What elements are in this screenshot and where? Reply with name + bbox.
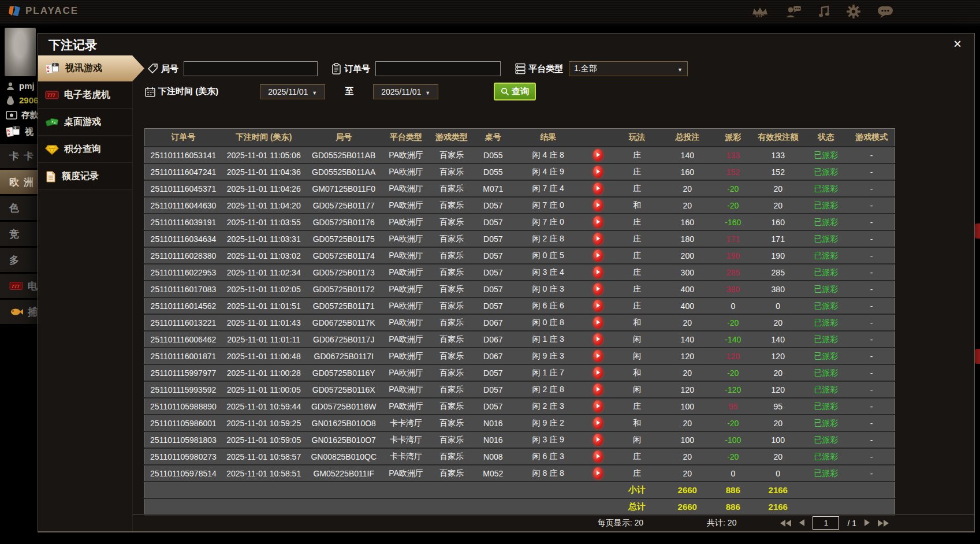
cell-payout: -140	[713, 331, 752, 348]
replay-play-icon[interactable]	[593, 199, 603, 211]
chevron-down-icon	[677, 64, 683, 73]
table-row[interactable]: 251101116014562 2025-11-01 11:01:51 GD05…	[145, 297, 895, 314]
user-avatar[interactable]	[5, 28, 36, 76]
cell-payout: 133	[713, 147, 752, 163]
table-row[interactable]: 251101105986001 2025-11-01 10:59:25 GN01…	[145, 415, 895, 431]
replay-play-icon[interactable]	[593, 283, 603, 295]
cell-play-method: 闲	[613, 431, 661, 448]
table-row[interactable]: 251101116047241 2025-11-01 11:04:36 GD05…	[145, 163, 895, 180]
cell-round-number: GD05725B0116X	[306, 381, 382, 398]
order-input[interactable]	[375, 61, 501, 76]
replay-play-icon[interactable]	[593, 266, 603, 278]
platform-select[interactable]: 1.全部	[569, 61, 688, 76]
settings-button[interactable]	[846, 4, 861, 21]
cell-game-mode: -	[848, 230, 895, 247]
svg-text:9: 9	[14, 126, 16, 129]
table-row[interactable]: 251101116017083 2025-11-01 11:02:05 GD05…	[145, 281, 895, 297]
sidebar-item-quota-record[interactable]: 额度记录	[38, 163, 132, 190]
round-input[interactable]	[184, 61, 318, 76]
cell-round-number: GD05725B01174	[306, 247, 382, 264]
vip-button[interactable]: VIP	[751, 7, 769, 18]
replay-play-icon[interactable]	[593, 333, 603, 345]
replay-play-icon[interactable]	[593, 166, 603, 178]
replay-play-icon[interactable]	[593, 216, 603, 228]
cell-status: 已派彩	[803, 364, 848, 381]
cell-play-method: 庄	[613, 297, 661, 314]
table-row[interactable]: 251101105988890 2025-11-01 10:59:44 GD05…	[145, 398, 895, 415]
fish-icon	[9, 307, 23, 316]
edge-floating-badge[interactable]	[975, 223, 980, 239]
date-from-select[interactable]: 2025/11/01	[260, 84, 325, 99]
cell-game-type: 百家乐	[430, 448, 473, 465]
cell-order-number: 251101116044630	[145, 197, 222, 214]
first-page-button[interactable]	[780, 520, 791, 527]
table-row[interactable]: 251101116022953 2025-11-01 11:02:34 GD05…	[145, 264, 895, 281]
replay-play-icon[interactable]	[593, 417, 603, 429]
cell-status: 已派彩	[803, 415, 848, 431]
svg-text:777: 777	[12, 284, 20, 289]
replay-play-icon[interactable]	[593, 450, 603, 463]
cell-game-type: 百家乐	[430, 197, 473, 214]
table-row[interactable]: 251101116013221 2025-11-01 11:01:43 GD06…	[145, 314, 895, 331]
table-row[interactable]: 251101116001871 2025-11-01 11:00:48 GD06…	[145, 348, 895, 364]
sidebar-item-table-games[interactable]: 桌面游戏	[38, 109, 132, 136]
date-to-select[interactable]: 2025/11/01	[373, 84, 438, 99]
replay-play-icon[interactable]	[593, 316, 603, 329]
last-page-button[interactable]	[878, 520, 889, 527]
cell-game-mode: -	[848, 348, 895, 364]
next-page-button[interactable]	[865, 519, 870, 528]
table-row[interactable]: 251101116039191 2025-11-01 11:03:55 GD05…	[145, 214, 895, 230]
cell-game-mode: -	[848, 398, 895, 415]
table-row[interactable]: 251101116053141 2025-11-01 11:05:06 GD05…	[145, 147, 895, 163]
table-row[interactable]: 251101105980273 2025-11-01 10:58:57 GN00…	[145, 448, 895, 465]
cell-status: 已派彩	[803, 163, 848, 180]
cell-replay	[583, 415, 613, 431]
cell-payout: -20	[713, 197, 752, 214]
music-button[interactable]	[818, 5, 830, 21]
cell-platform-type: 卡卡湾厅	[382, 431, 430, 448]
table-row[interactable]: 251101116034634 2025-11-01 11:03:31 GD05…	[145, 230, 895, 247]
table-row[interactable]: 251101115993592 2025-11-01 11:00:05 GD05…	[145, 381, 895, 398]
search-button[interactable]: 查询	[494, 83, 536, 100]
cell-valid-bet: 133	[752, 147, 803, 163]
page-number-input[interactable]	[813, 516, 839, 530]
customer-service-button[interactable]	[785, 5, 802, 21]
prev-page-button[interactable]	[799, 519, 804, 528]
cell-replay	[583, 448, 613, 465]
edge-floating-badge[interactable]	[975, 349, 980, 364]
replay-play-icon[interactable]	[593, 400, 603, 412]
table-row[interactable]: 251101116006462 2025-11-01 11:01:11 GD06…	[145, 331, 895, 348]
replay-play-icon[interactable]	[593, 300, 603, 312]
column-header: 桌号	[473, 129, 513, 147]
replay-play-icon[interactable]	[593, 249, 603, 262]
cell-game-mode: -	[848, 314, 895, 331]
replay-play-icon[interactable]	[593, 350, 603, 362]
cell-order-number: 251101105980273	[145, 448, 222, 465]
table-row[interactable]: 251101116028380 2025-11-01 11:03:02 GD05…	[145, 247, 895, 264]
replay-play-icon[interactable]	[593, 149, 603, 161]
table-row[interactable]: 251101116045371 2025-11-01 11:04:26 GM07…	[145, 180, 895, 197]
replay-play-icon[interactable]	[593, 383, 603, 396]
replay-play-icon[interactable]	[593, 467, 603, 479]
replay-play-icon[interactable]	[593, 434, 603, 446]
cell-platform-type: PA欧洲厅	[382, 197, 430, 214]
table-row[interactable]: 251101115997977 2025-11-01 11:00:28 GD05…	[145, 364, 895, 381]
cell-result: 闲 9 庄 3	[513, 348, 583, 364]
table-row[interactable]: 251101105978514 2025-11-01 10:58:51 GM05…	[145, 465, 895, 482]
brand-logo[interactable]: PLAYACE	[8, 5, 79, 17]
cell-bet-time: 2025-11-01 11:04:26	[222, 180, 306, 197]
replay-play-icon[interactable]	[593, 233, 603, 245]
sidebar-item-points-query[interactable]: 积分查询	[38, 136, 132, 163]
message-button[interactable]	[877, 5, 893, 21]
table-row[interactable]: 251101116044630 2025-11-01 11:04:20 GD05…	[145, 197, 895, 214]
table-row[interactable]: 251101105981803 2025-11-01 10:59:05 GN01…	[145, 431, 895, 448]
sidebar-item-slots[interactable]: 777 电子老虎机	[38, 82, 132, 109]
replay-play-icon[interactable]	[593, 182, 603, 195]
cell-play-method: 庄	[613, 247, 661, 264]
replay-play-icon[interactable]	[593, 367, 603, 379]
close-icon[interactable]: ×	[953, 37, 962, 51]
cell-play-method: 庄	[613, 230, 661, 247]
cell-round-number: GD05725B01176	[306, 214, 382, 230]
cell-game-mode: -	[848, 147, 895, 163]
cell-result: 闲 8 庄 8	[513, 465, 583, 482]
